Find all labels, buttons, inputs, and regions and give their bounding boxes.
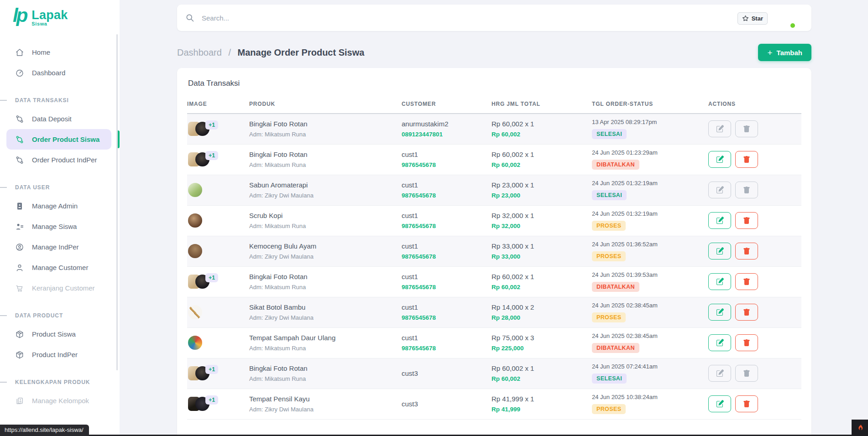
sidebar: lp Lapak Siswa HomeDashboardDATA TRANSAK… bbox=[0, 0, 120, 436]
sidebar-item-home[interactable]: Home bbox=[0, 42, 111, 62]
customer-phone: 9876545678 bbox=[402, 345, 488, 352]
status-badge: SELESAI bbox=[592, 190, 627, 200]
search-input[interactable] bbox=[201, 14, 392, 22]
row-actions bbox=[708, 273, 798, 290]
delete-button[interactable] bbox=[735, 151, 758, 168]
edit-button[interactable] bbox=[708, 243, 731, 260]
home-icon bbox=[15, 48, 24, 57]
price-qty: Rp 32,000 x 1 bbox=[492, 212, 588, 219]
page-title: Manage Order Product Siswa bbox=[238, 47, 365, 57]
more-images-badge: +1 bbox=[205, 365, 218, 374]
product-name: Bingkai Foto Rotan bbox=[249, 120, 398, 128]
edit-icon bbox=[716, 217, 724, 224]
product-thumbs bbox=[187, 305, 246, 319]
sidebar-item-order-product-siswa[interactable]: Order Product Siswa bbox=[6, 129, 111, 150]
sidebar-item-label: Manage Admin bbox=[32, 202, 78, 210]
price-total: Rp 60,002 bbox=[492, 161, 588, 168]
product-thumbs: +1 bbox=[187, 397, 246, 411]
edit-button[interactable] bbox=[708, 151, 731, 168]
price-total: Rp 32,000 bbox=[492, 223, 588, 229]
sidebar-item-manage-kelompok[interactable]: Manage Kelompok bbox=[0, 390, 111, 411]
price-qty: Rp 60,002 x 1 bbox=[492, 364, 588, 372]
topbar: Star bbox=[177, 5, 811, 31]
product-name: Sabun Aromaterapi bbox=[249, 181, 398, 189]
trash-icon bbox=[743, 156, 750, 163]
breadcrumb-separator: / bbox=[228, 47, 231, 57]
customer-name: cust3 bbox=[402, 369, 488, 377]
edit-icon bbox=[716, 400, 724, 408]
breadcrumb-parent[interactable]: Dashboard bbox=[177, 47, 222, 57]
edit-icon bbox=[716, 125, 724, 133]
edit-button[interactable] bbox=[708, 334, 731, 351]
sidebar-nav: HomeDashboardDATA TRANSAKSIData DepositO… bbox=[0, 37, 120, 411]
card-title: Data Transaksi bbox=[188, 79, 801, 88]
status-badge: PROSES bbox=[592, 221, 626, 231]
table-row: +1Bingkai Foto RotanAdm: Mikatsum Runacu… bbox=[187, 144, 801, 175]
product-name: Tempat Sampah Daur Ulang bbox=[249, 334, 398, 342]
product-name: Scrub Kopi bbox=[249, 212, 398, 219]
product-name: Tempat Pensil Kayu bbox=[249, 395, 398, 403]
table-header-row: IMAGEPRODUKCUSTOMERHRG JML TOTALTGL ORDE… bbox=[187, 96, 801, 114]
edit-button[interactable] bbox=[708, 212, 731, 229]
product-admin: Adm: Mikatsum Runa bbox=[249, 284, 398, 291]
edit-icon bbox=[716, 369, 724, 377]
edit-button[interactable] bbox=[708, 273, 731, 290]
sidebar-item-data-deposit[interactable]: Data Deposit bbox=[0, 109, 111, 129]
status-badge: SELESAI bbox=[592, 129, 627, 139]
delete-button[interactable] bbox=[735, 334, 758, 351]
price-qty: Rp 60,002 x 1 bbox=[492, 273, 588, 280]
delete-button bbox=[735, 365, 758, 382]
delete-button[interactable] bbox=[735, 395, 758, 412]
sidebar-item-order-product-indper[interactable]: Order Product IndPer bbox=[0, 150, 111, 170]
price-total: Rp 23,000 bbox=[492, 192, 588, 199]
customer-phone: 9876545678 bbox=[402, 253, 488, 260]
sidebar-item-label: Order Product Siswa bbox=[32, 135, 99, 143]
sidebar-item-product-siswa[interactable]: Product Siswa bbox=[0, 324, 111, 344]
sidebar-item-manage-customer[interactable]: Manage Customer bbox=[0, 257, 111, 278]
delete-button[interactable] bbox=[735, 243, 758, 260]
column-header-produk: PRODUK bbox=[249, 96, 402, 114]
product-thumbs bbox=[187, 336, 246, 350]
sidebar-item-label: Keranjang Customer bbox=[32, 284, 95, 292]
sidebar-item-dashboard[interactable]: Dashboard bbox=[0, 62, 111, 83]
edit-button[interactable] bbox=[708, 395, 731, 412]
sidebar-item-product-indper[interactable]: Product IndPer bbox=[0, 344, 111, 365]
sidebar-item-manage-siswa[interactable]: Manage Siswa bbox=[0, 216, 111, 237]
tambah-button[interactable]: + Tambah bbox=[758, 44, 811, 61]
delete-button[interactable] bbox=[735, 304, 758, 321]
page-head: Dashboard / Manage Order Product Siswa +… bbox=[177, 43, 811, 62]
edit-icon bbox=[716, 186, 724, 194]
price-qty: Rp 60,002 x 1 bbox=[492, 120, 588, 128]
delete-button[interactable] bbox=[735, 273, 758, 290]
customer-name: cust1 bbox=[402, 151, 488, 158]
breadcrumb: Dashboard / Manage Order Product Siswa bbox=[177, 47, 364, 58]
product-admin: Adm: Mikatsum Runa bbox=[249, 223, 398, 229]
star-button[interactable]: Star bbox=[737, 12, 768, 25]
order-date: 24 Jun 2025 01:32:19am bbox=[592, 180, 705, 187]
sidebar-item-label: Data Deposit bbox=[32, 115, 72, 123]
order-icon bbox=[15, 156, 24, 165]
column-header-image: IMAGE bbox=[187, 96, 249, 114]
edit-button[interactable] bbox=[708, 304, 731, 321]
debug-toolbar-button[interactable] bbox=[852, 420, 868, 436]
trash-icon bbox=[743, 370, 750, 377]
order-date: 24 Jun 2025 01:23:29am bbox=[592, 149, 705, 156]
product-admin: Adm: Mikatsum Runa bbox=[249, 131, 398, 138]
logo-mark-icon: lp bbox=[13, 6, 26, 25]
sidebar-item-keranjang-customer[interactable]: Keranjang Customer bbox=[0, 278, 111, 298]
delete-button[interactable] bbox=[735, 212, 758, 229]
product-image bbox=[188, 305, 202, 319]
product-image bbox=[188, 183, 202, 197]
sidebar-item-manage-indper[interactable]: Manage IndPer bbox=[0, 237, 111, 257]
more-images-badge: +1 bbox=[205, 395, 218, 405]
sidebar-item-manage-admin[interactable]: Manage Admin bbox=[0, 196, 111, 216]
order-date: 24 Jun 2025 02:38:45am bbox=[592, 332, 705, 339]
customer-phone: 9876545678 bbox=[402, 161, 488, 168]
id-badge-icon bbox=[15, 202, 24, 211]
product-admin: Adm: Zikry Dwi Maulana bbox=[249, 192, 398, 199]
sidebar-item-label: Product Siswa bbox=[32, 330, 76, 338]
sidebar-scrollbar[interactable] bbox=[116, 34, 118, 370]
product-thumbs bbox=[187, 183, 246, 197]
price-total: Rp 28,000 bbox=[492, 314, 588, 321]
app-logo[interactable]: lp Lapak Siswa bbox=[0, 0, 120, 37]
